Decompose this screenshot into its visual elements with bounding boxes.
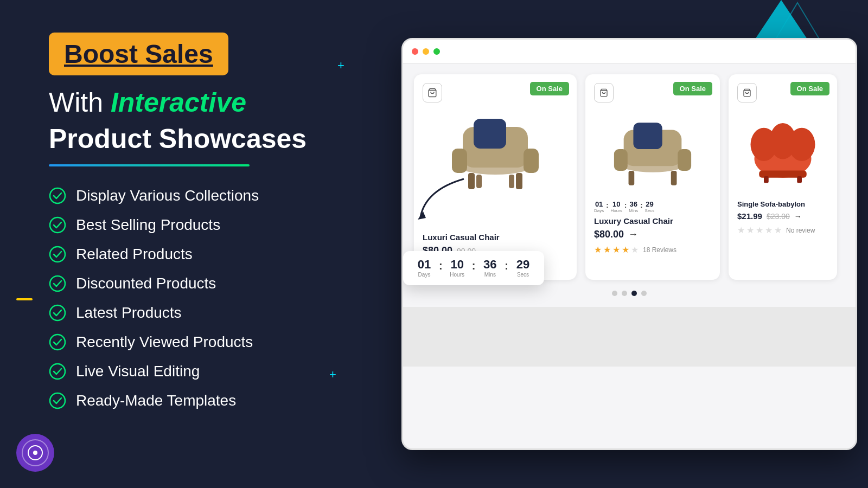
cart-button-1[interactable] <box>423 83 442 102</box>
svg-point-9 <box>50 393 65 408</box>
sep-3: : <box>505 260 508 272</box>
interactive-text: Interactive <box>111 87 246 118</box>
check-icon-4 <box>49 275 66 292</box>
with-text: With <box>49 87 103 118</box>
countdown-hours-label: Hours <box>447 272 468 278</box>
review-count-3: No review <box>786 227 815 234</box>
feature-item-3: Related Products <box>49 246 347 263</box>
underline-decoration <box>49 164 250 166</box>
arrow-curve-decor <box>410 174 475 230</box>
pagination-dot-2[interactable] <box>622 291 627 296</box>
product-name-3: Single Sofa-babylon <box>737 200 828 208</box>
browser-mockup: On Sale <box>401 38 857 450</box>
check-icon-3 <box>49 246 66 263</box>
feature-text-1: Display Various Collections <box>76 187 259 204</box>
left-panel: Boost Sales With Interactive Product Sho… <box>0 0 380 488</box>
product-image-3 <box>737 108 828 195</box>
product-showcases-text: Product Showcases <box>49 123 347 155</box>
feature-item-1: Display Various Collections <box>49 187 347 204</box>
check-icon-8 <box>49 392 66 409</box>
feature-item-7: Live Visual Editing <box>49 363 347 380</box>
browser-dot-red <box>412 48 418 55</box>
cd-days-2: 01 <box>594 200 604 208</box>
price-old-3: $23.00 <box>767 212 790 221</box>
check-icon-7 <box>49 363 66 380</box>
browser-dot-green <box>433 48 440 55</box>
stars-2: ★ ★ ★ ★ ★ 18 Reviews <box>594 245 711 255</box>
svg-point-8 <box>50 364 65 379</box>
countdown-popup-big: 01 Days : 10 Hours : 36 Mins <box>403 251 544 285</box>
products-row: On Sale <box>414 74 845 280</box>
boost-badge: Boost Sales <box>49 33 228 75</box>
browser-dot-yellow <box>423 48 429 55</box>
countdown-mins: 36 Mins <box>480 259 500 278</box>
svg-rect-23 <box>633 123 662 149</box>
sofa-red-svg <box>745 118 821 185</box>
svg-point-5 <box>50 276 65 291</box>
cart-button-3[interactable] <box>737 83 757 102</box>
price-arrow-3: → <box>794 212 802 221</box>
sep-1: : <box>439 260 443 272</box>
svg-rect-15 <box>524 149 539 173</box>
check-icon-2 <box>49 216 66 234</box>
product-image-2 <box>594 108 711 195</box>
browser-bar <box>403 40 856 63</box>
svg-rect-18 <box>476 175 482 188</box>
on-sale-badge-1: On Sale <box>530 82 569 95</box>
logo-center <box>28 445 43 460</box>
svg-rect-25 <box>678 149 691 171</box>
feature-item-5: Latest Products <box>49 304 347 322</box>
feature-text-6: Recently Viewed Products <box>76 333 253 351</box>
svg-rect-35 <box>797 176 802 183</box>
review-count-2: 18 Reviews <box>643 246 676 254</box>
countdown-secs-num: 29 <box>513 259 533 271</box>
check-icon-6 <box>49 333 66 351</box>
feature-text-5: Latest Products <box>76 304 182 322</box>
svg-rect-17 <box>516 173 522 189</box>
stars-3: ★ ★ ★ ★ ★ No review <box>737 225 828 235</box>
price-current-3: $21.99 <box>737 211 762 221</box>
feature-text-2: Best Selling Products <box>76 216 220 234</box>
price-row-2: $80.00 → <box>594 229 711 240</box>
countdown-days-label: Days <box>414 272 435 278</box>
logo-circle <box>16 434 54 472</box>
cart-button-2[interactable] <box>594 83 614 102</box>
countdown-days-num: 01 <box>414 259 435 271</box>
svg-point-7 <box>50 335 65 350</box>
price-arrow-2: → <box>628 229 638 240</box>
product-name-2: Luxury Casual Chair <box>594 216 711 226</box>
svg-point-32 <box>789 127 815 160</box>
countdown-inline-2: 01Days : 10Hours : 36Mins : 29Secs <box>594 200 711 213</box>
logo-inner <box>22 439 49 466</box>
countdown-hours: 10 Hours <box>447 259 468 278</box>
svg-rect-26 <box>629 171 635 185</box>
cd-secs-2: 29 <box>645 200 655 208</box>
right-panel: On Sale <box>391 0 868 488</box>
svg-rect-19 <box>509 175 514 188</box>
feature-item-8: Ready-Made Templates <box>49 392 347 409</box>
price-current-2: $80.00 <box>594 229 624 240</box>
countdown-mins-num: 36 <box>480 259 500 271</box>
check-icon-1 <box>49 187 66 204</box>
pagination-dot-3[interactable] <box>631 291 637 296</box>
countdown-secs-label: Secs <box>513 272 533 278</box>
svg-point-3 <box>50 217 65 233</box>
svg-rect-27 <box>671 171 677 185</box>
pagination-dot-4[interactable] <box>641 291 647 296</box>
feature-text-3: Related Products <box>76 246 193 263</box>
countdown-secs: 29 Secs <box>513 259 533 278</box>
feature-list: Display Various Collections Best Selling… <box>49 187 347 409</box>
browser-bottom-section <box>403 307 856 367</box>
price-row-3: $21.99 $23.00 → <box>737 211 828 221</box>
svg-point-4 <box>50 247 65 262</box>
product-card-3: On Sale <box>729 74 837 280</box>
svg-rect-13 <box>474 119 506 149</box>
countdown-days: 01 Days <box>414 259 435 278</box>
on-sale-badge-3: On Sale <box>790 82 829 95</box>
check-icon-5 <box>49 304 66 322</box>
feature-text-4: Discounted Products <box>76 275 216 292</box>
on-sale-badge-2: On Sale <box>673 82 712 95</box>
headline-with-interactive: With Interactive <box>49 86 347 119</box>
pagination-dot-1[interactable] <box>612 291 617 296</box>
feature-text-7: Live Visual Editing <box>76 363 200 380</box>
